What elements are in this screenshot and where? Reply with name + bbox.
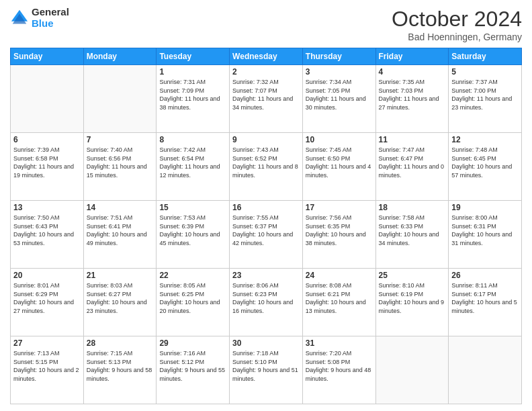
day-number: 10 xyxy=(306,135,373,144)
cell-info: Sunrise: 7:55 AMSunset: 6:37 PMDaylight:… xyxy=(232,214,300,247)
day-number: 26 xyxy=(451,271,519,280)
cell-info: Sunrise: 8:03 AMSunset: 6:27 PMDaylight:… xyxy=(87,281,154,315)
cell-info: Sunrise: 7:15 AMSunset: 5:13 PMDaylight:… xyxy=(87,349,154,383)
cell-info: Sunrise: 7:43 AMSunset: 6:52 PMDaylight:… xyxy=(232,146,300,179)
table-row: 25Sunrise: 8:10 AMSunset: 6:19 PMDayligh… xyxy=(375,269,449,336)
cell-info: Sunrise: 7:48 AMSunset: 6:45 PMDaylight:… xyxy=(451,146,519,179)
table-row: 13Sunrise: 7:50 AMSunset: 6:43 PMDayligh… xyxy=(11,201,84,269)
day-number: 19 xyxy=(451,203,519,212)
day-number: 3 xyxy=(306,67,373,77)
day-number: 6 xyxy=(13,135,81,144)
cell-info: Sunrise: 7:20 AMSunset: 5:08 PMDaylight:… xyxy=(306,349,373,383)
day-number: 22 xyxy=(159,271,226,280)
day-number: 23 xyxy=(232,271,300,280)
table-row: 19Sunrise: 8:00 AMSunset: 6:31 PMDayligh… xyxy=(449,201,522,269)
col-sunday: Sunday xyxy=(11,48,84,65)
day-number: 12 xyxy=(451,135,519,144)
cell-info: Sunrise: 8:00 AMSunset: 6:31 PMDaylight:… xyxy=(451,214,519,247)
table-row: 20Sunrise: 8:01 AMSunset: 6:29 PMDayligh… xyxy=(11,269,84,336)
col-tuesday: Tuesday xyxy=(157,48,230,65)
table-row: 24Sunrise: 8:08 AMSunset: 6:21 PMDayligh… xyxy=(302,269,375,336)
calendar-week-row: 20Sunrise: 8:01 AMSunset: 6:29 PMDayligh… xyxy=(11,269,522,336)
table-row: 29Sunrise: 7:16 AMSunset: 5:12 PMDayligh… xyxy=(157,336,230,404)
cell-info: Sunrise: 7:56 AMSunset: 6:35 PMDaylight:… xyxy=(306,214,373,247)
calendar-week-row: 27Sunrise: 7:13 AMSunset: 5:15 PMDayligh… xyxy=(11,336,522,404)
day-number: 2 xyxy=(232,67,300,77)
table-row: 8Sunrise: 7:42 AMSunset: 6:54 PMDaylight… xyxy=(157,133,230,201)
cell-info: Sunrise: 7:50 AMSunset: 6:43 PMDaylight:… xyxy=(13,214,81,247)
cell-info: Sunrise: 7:42 AMSunset: 6:54 PMDaylight:… xyxy=(159,146,226,179)
table-row: 5Sunrise: 7:37 AMSunset: 7:00 PMDaylight… xyxy=(449,65,522,133)
day-number: 24 xyxy=(306,271,373,280)
day-number: 1 xyxy=(159,67,226,77)
day-number: 7 xyxy=(87,135,154,144)
col-friday: Friday xyxy=(375,48,449,65)
cell-info: Sunrise: 7:34 AMSunset: 7:05 PMDaylight:… xyxy=(306,78,373,111)
day-number: 17 xyxy=(306,203,373,212)
table-row: 3Sunrise: 7:34 AMSunset: 7:05 PMDaylight… xyxy=(302,65,375,133)
col-saturday: Saturday xyxy=(449,48,522,65)
day-number: 28 xyxy=(87,338,154,348)
table-row: 18Sunrise: 7:58 AMSunset: 6:33 PMDayligh… xyxy=(375,201,449,269)
cell-info: Sunrise: 8:06 AMSunset: 6:23 PMDaylight:… xyxy=(232,281,300,315)
col-monday: Monday xyxy=(83,48,157,65)
day-number: 9 xyxy=(232,135,300,144)
table-row: 12Sunrise: 7:48 AMSunset: 6:45 PMDayligh… xyxy=(449,133,522,201)
table-row: 21Sunrise: 8:03 AMSunset: 6:27 PMDayligh… xyxy=(83,269,157,336)
cell-info: Sunrise: 7:37 AMSunset: 7:00 PMDaylight:… xyxy=(451,78,519,111)
table-row: 31Sunrise: 7:20 AMSunset: 5:08 PMDayligh… xyxy=(302,336,375,404)
cell-info: Sunrise: 7:58 AMSunset: 6:33 PMDaylight:… xyxy=(379,214,446,247)
day-number: 11 xyxy=(379,135,446,144)
table-row: 11Sunrise: 7:47 AMSunset: 6:47 PMDayligh… xyxy=(375,133,449,201)
month-title: October 2024 xyxy=(392,7,522,32)
day-number: 31 xyxy=(306,338,373,348)
cell-info: Sunrise: 7:31 AMSunset: 7:09 PMDaylight:… xyxy=(159,78,226,111)
cell-info: Sunrise: 8:08 AMSunset: 6:21 PMDaylight:… xyxy=(306,281,373,315)
col-thursday: Thursday xyxy=(302,48,375,65)
cell-info: Sunrise: 7:32 AMSunset: 7:07 PMDaylight:… xyxy=(232,78,300,111)
title-section: October 2024 Bad Hoenningen, Germany xyxy=(392,7,522,42)
table-row: 1Sunrise: 7:31 AMSunset: 7:09 PMDaylight… xyxy=(157,65,230,133)
calendar-table: Sunday Monday Tuesday Wednesday Thursday… xyxy=(10,48,522,404)
day-number: 15 xyxy=(159,203,226,212)
table-row: 4Sunrise: 7:35 AMSunset: 7:03 PMDaylight… xyxy=(375,65,449,133)
day-number: 4 xyxy=(379,67,446,77)
table-row: 27Sunrise: 7:13 AMSunset: 5:15 PMDayligh… xyxy=(11,336,84,404)
table-row: 28Sunrise: 7:15 AMSunset: 5:13 PMDayligh… xyxy=(83,336,157,404)
col-wednesday: Wednesday xyxy=(230,48,303,65)
table-row: 26Sunrise: 8:11 AMSunset: 6:17 PMDayligh… xyxy=(449,269,522,336)
cell-info: Sunrise: 7:40 AMSunset: 6:56 PMDaylight:… xyxy=(87,146,154,179)
table-row xyxy=(375,336,449,404)
cell-info: Sunrise: 7:53 AMSunset: 6:39 PMDaylight:… xyxy=(159,214,226,247)
table-row: 2Sunrise: 7:32 AMSunset: 7:07 PMDaylight… xyxy=(230,65,303,133)
table-row: 16Sunrise: 7:55 AMSunset: 6:37 PMDayligh… xyxy=(230,201,303,269)
logo-general-text: General xyxy=(32,7,69,18)
table-row: 14Sunrise: 7:51 AMSunset: 6:41 PMDayligh… xyxy=(83,201,157,269)
cell-info: Sunrise: 7:16 AMSunset: 5:12 PMDaylight:… xyxy=(159,349,226,383)
page: General Blue October 2024 Bad Hoenningen… xyxy=(0,0,532,411)
cell-info: Sunrise: 7:18 AMSunset: 5:10 PMDaylight:… xyxy=(232,349,300,383)
location: Bad Hoenningen, Germany xyxy=(392,32,522,42)
table-row: 9Sunrise: 7:43 AMSunset: 6:52 PMDaylight… xyxy=(230,133,303,201)
day-number: 16 xyxy=(232,203,300,212)
cell-info: Sunrise: 8:11 AMSunset: 6:17 PMDaylight:… xyxy=(451,281,519,315)
header: General Blue October 2024 Bad Hoenningen… xyxy=(10,7,522,42)
day-number: 20 xyxy=(13,271,81,280)
logo-blue-text: Blue xyxy=(32,18,69,30)
day-number: 13 xyxy=(13,203,81,212)
cell-info: Sunrise: 7:47 AMSunset: 6:47 PMDaylight:… xyxy=(379,146,446,179)
table-row: 10Sunrise: 7:45 AMSunset: 6:50 PMDayligh… xyxy=(302,133,375,201)
cell-info: Sunrise: 8:01 AMSunset: 6:29 PMDaylight:… xyxy=(13,281,81,315)
day-number: 18 xyxy=(379,203,446,212)
cell-info: Sunrise: 7:51 AMSunset: 6:41 PMDaylight:… xyxy=(87,214,154,247)
table-row xyxy=(11,65,84,133)
logo-icon xyxy=(10,9,29,28)
cell-info: Sunrise: 7:35 AMSunset: 7:03 PMDaylight:… xyxy=(379,78,446,111)
cell-info: Sunrise: 8:10 AMSunset: 6:19 PMDaylight:… xyxy=(379,281,446,315)
calendar-week-row: 6Sunrise: 7:39 AMSunset: 6:58 PMDaylight… xyxy=(11,133,522,201)
table-row: 30Sunrise: 7:18 AMSunset: 5:10 PMDayligh… xyxy=(230,336,303,404)
calendar-header-row: Sunday Monday Tuesday Wednesday Thursday… xyxy=(11,48,522,65)
table-row: 7Sunrise: 7:40 AMSunset: 6:56 PMDaylight… xyxy=(83,133,157,201)
day-number: 8 xyxy=(159,135,226,144)
day-number: 5 xyxy=(451,67,519,77)
